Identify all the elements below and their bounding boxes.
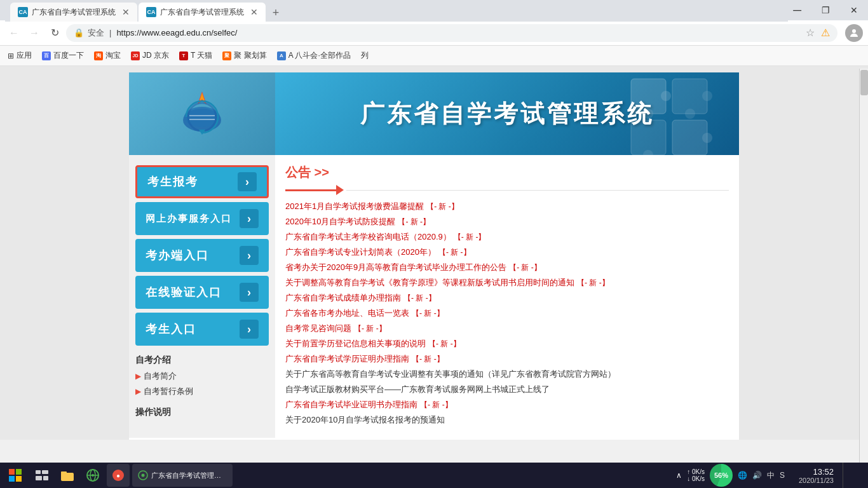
svg-point-0 <box>852 29 856 33</box>
notice-link-11[interactable]: 关于广东省高等教育自学考试专业调整有关事项的通知（详见广东省教育考试院官方网站） <box>285 369 616 379</box>
title-bar: CA 广东省自学考试管理系统 ✕ CA 广东省自学考试管理系统 ✕ + ─ ❐ … <box>0 0 868 20</box>
notice-link-10[interactable]: 广东省自学考试学历证明办理指南【- 新 -】 <box>285 354 444 363</box>
bookmark-star-icon[interactable]: ☆ <box>806 27 815 39</box>
svg-point-17 <box>702 133 712 143</box>
badou-favicon: A <box>277 51 286 60</box>
notice-link-12[interactable]: 自学考试正版教材购买平台——广东教育考试服务网网上书城正式上线了 <box>285 384 550 394</box>
taskbar-right: ∧ ↑ 0K/s ↓ 0K/s 56% 🌐 🔊 中 S 13:52 2020/1… <box>671 463 865 488</box>
bookmark-baidu[interactable]: 百 百度一下 <box>42 50 84 61</box>
maximize-button[interactable]: ❐ <box>817 3 835 18</box>
tray-expand-icon[interactable]: ∧ <box>676 471 682 480</box>
notice-underline <box>285 189 336 191</box>
tray-network-icon[interactable]: 🌐 <box>738 471 747 480</box>
notice-item-11: 关于广东省高等教育自学考试专业调整有关事项的通知（详见广东省教育考试院官方网站） <box>285 368 729 380</box>
tray-antivirus-icon[interactable]: S <box>780 471 785 480</box>
menu-kaobanduan-rukou[interactable]: 考办端入口 › <box>135 239 269 272</box>
bookmark-badou[interactable]: A A 八斗会·全部作品 <box>277 50 351 61</box>
menu-kaosheng-rukou[interactable]: 考生入口 › <box>135 313 269 346</box>
speed-up: 0K/s <box>692 468 705 475</box>
start-button[interactable] <box>3 463 28 488</box>
menu-arrow-2: › <box>240 246 259 265</box>
svg-rect-19 <box>9 469 15 475</box>
notice-link-4[interactable]: 省考办关于2020年9月高等教育自学考试毕业办理工作的公告【- 新 -】 <box>285 262 541 272</box>
notice-text-5: 关于调整高等教育自学考试《教育学原理》等课程新版考试用书启用时间的通知 <box>285 278 574 287</box>
svg-text:●: ● <box>116 472 120 479</box>
notice-text-3: 广东省自学考试专业计划简表（2020年） <box>285 247 436 257</box>
logo-svg <box>173 85 231 142</box>
apps-icon: ⊞ <box>8 51 14 60</box>
forward-button[interactable]: → <box>25 24 43 42</box>
bookmark-list[interactable]: 列 <box>361 50 369 61</box>
notice-link-3[interactable]: 广东省自学考试专业计划简表（2020年）【- 新 -】 <box>285 247 471 257</box>
tab-2[interactable]: CA 广东省自学考试管理系统 ✕ <box>139 3 266 22</box>
menu-wangshang-banshi[interactable]: 网上办事服务入口 › <box>135 202 269 235</box>
task-view-button[interactable] <box>31 464 53 487</box>
sidebar-link-jianjie[interactable]: ▶ 自考简介 <box>135 369 269 384</box>
scrollbar-track[interactable] <box>859 69 868 463</box>
minimize-button[interactable]: ─ <box>788 2 806 18</box>
site-header: 广东省自学考试管理系统 <box>129 72 739 155</box>
tray-volume-icon[interactable]: 🔊 <box>752 471 762 480</box>
notice-text-8: 自考常见咨询问题 <box>285 323 351 333</box>
notice-item-0: 2021年1月自学考试报考缴费温馨提醒【- 新 -】 <box>285 200 729 212</box>
tab-1[interactable]: CA 广东省自学考试管理系统 ✕ <box>10 3 137 22</box>
new-tab-button[interactable]: + <box>267 4 285 22</box>
link-arrow-icon-2: ▶ <box>135 387 141 396</box>
notice-link-13[interactable]: 广东省自学考试毕业证明书办理指南【- 新 -】 <box>285 400 452 409</box>
svg-point-18 <box>685 109 695 119</box>
running-app-chrome[interactable]: 广东省自学考试管理系统 <box>132 464 233 487</box>
bookmark-jd[interactable]: JD JD 京东 <box>131 50 169 61</box>
speed-gauge[interactable]: 56% <box>710 464 733 487</box>
red-app-button[interactable]: ● <box>107 464 130 487</box>
system-tray: ∧ ↑ 0K/s ↓ 0K/s 56% 🌐 🔊 中 S <box>671 464 790 487</box>
address-bar[interactable]: 🔒 安全 | https://www.eeagd.edu.cn/selfec/ … <box>66 24 837 42</box>
notice-item-12: 自学考试正版教材购买平台——广东教育考试服务网网上书城正式上线了 <box>285 383 729 395</box>
refresh-button[interactable]: ↻ <box>46 24 64 42</box>
notice-link-2[interactable]: 广东省自学考试主考学校咨询电话（2020.9）【- 新 -】 <box>285 232 485 241</box>
menu-label-4: 考生入口 <box>146 322 196 337</box>
bookmark-juhuasuan[interactable]: 聚 聚 聚划算 <box>222 50 266 61</box>
notice-link-1[interactable]: 2020年10月自学考试防疫提醒【- 新 -】 <box>285 217 430 226</box>
tab-close-1[interactable]: ✕ <box>122 7 130 17</box>
bookmark-apps[interactable]: ⊞ 应用 <box>8 50 32 61</box>
notice-arrow-row <box>285 185 729 195</box>
network-speed-widget[interactable]: ↑ 0K/s ↓ 0K/s <box>687 468 705 482</box>
notice-link-8[interactable]: 自考常见咨询问题【- 新 -】 <box>285 323 386 333</box>
notice-text-14: 关于2020年10月自学考试报名报考的预通知 <box>285 415 445 424</box>
tray-lang-icon[interactable]: 中 <box>767 470 775 481</box>
tab-close-2[interactable]: ✕ <box>250 7 258 17</box>
notice-link-0[interactable]: 2021年1月自学考试报考缴费温馨提醒【- 新 -】 <box>285 201 459 211</box>
scrollbar-thumb[interactable] <box>860 70 868 95</box>
menu-kaosheng-baokao[interactable]: 考生报考 › <box>135 165 269 198</box>
show-desktop-button[interactable] <box>843 463 865 488</box>
svg-point-36 <box>142 474 145 477</box>
file-explorer-button[interactable] <box>56 464 79 487</box>
notice-link-5[interactable]: 关于调整高等教育自学考试《教育学原理》等课程新版考试用书启用时间的通知【- 新 … <box>285 278 609 287</box>
menu-arrow-0: › <box>238 172 257 191</box>
notice-item-7: 广东省各市考办地址、电话一览表【- 新 -】 <box>285 307 729 319</box>
bookmark-tmall[interactable]: T T 天猫 <box>179 50 212 61</box>
taobao-favicon: 淘 <box>94 51 103 60</box>
system-clock[interactable]: 13:52 2020/11/23 <box>794 467 839 484</box>
notice-link-14[interactable]: 关于2020年10月自学考试报名报考的预通知 <box>285 415 445 424</box>
menu-zaixian-yanzheng[interactable]: 在线验证入口 › <box>135 276 269 309</box>
browser-taskbar-button[interactable] <box>81 464 104 487</box>
notice-item-14: 关于2020年10月自学考试报名报考的预通知 <box>285 414 729 426</box>
main-content: 公告 >> 2021年1月自学考试报考缴费温馨提醒【- 新 -】 2020年10… <box>275 155 739 438</box>
bookmarks-bar: ⊞ 应用 百 百度一下 淘 淘宝 JD JD 京东 T T 天猫 聚 聚 聚划算… <box>0 46 868 66</box>
notice-badge-1: 【- 新 -】 <box>398 217 430 226</box>
sidebar-link-zanxing[interactable]: ▶ 自考暂行条例 <box>135 384 269 399</box>
sidebar: 考生报考 › 网上办事服务入口 › 考办端入口 › 在线验证入口 › 考生入口 <box>129 155 275 438</box>
close-button[interactable]: ✕ <box>845 3 863 18</box>
notice-link-6[interactable]: 广东省自学考试成绩单办理指南【- 新 -】 <box>285 293 436 302</box>
bookmark-tmall-label: T 天猫 <box>191 50 212 61</box>
bookmark-taobao[interactable]: 淘 淘宝 <box>94 50 121 61</box>
notice-link-9[interactable]: 关于前置学历登记信息相关事项的说明【- 新 -】 <box>285 339 461 348</box>
profile-button[interactable] <box>845 24 863 42</box>
back-button[interactable]: ← <box>5 24 23 42</box>
warning-icon[interactable]: ⚠ <box>821 27 830 39</box>
notice-badge-6: 【- 新 -】 <box>403 294 436 302</box>
window-controls: ─ ❐ ✕ <box>788 2 863 18</box>
notice-link-7[interactable]: 广东省各市考办地址、电话一览表【- 新 -】 <box>285 308 444 318</box>
tab-label-2: 广东省自学考试管理系统 <box>160 7 244 18</box>
